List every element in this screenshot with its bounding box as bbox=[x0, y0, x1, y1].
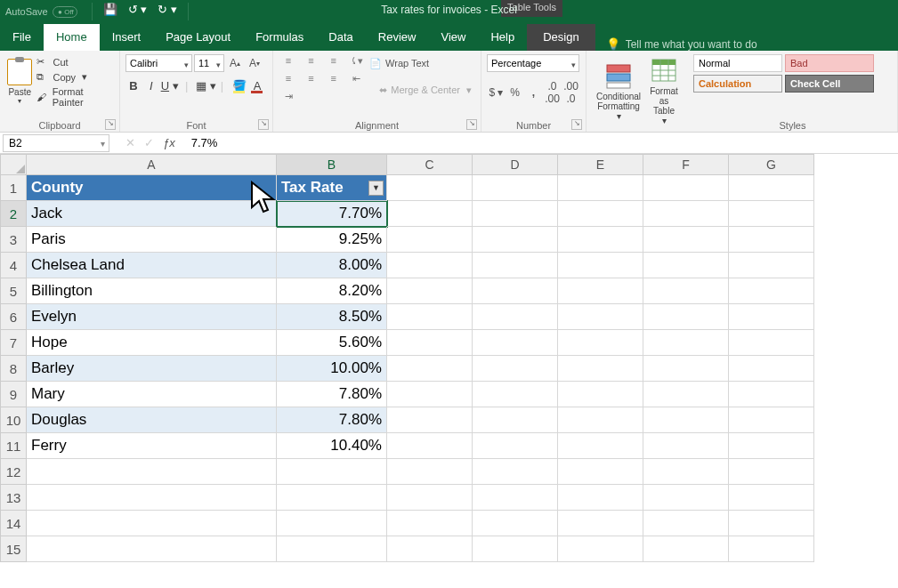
row-header-11[interactable]: 11 bbox=[0, 433, 27, 459]
tab-review[interactable]: Review bbox=[366, 24, 429, 51]
filter-dropdown-icon[interactable]: ▼ bbox=[368, 181, 384, 196]
row-header-8[interactable]: 8 bbox=[0, 356, 27, 382]
row-header-5[interactable]: 5 bbox=[0, 278, 27, 304]
style-normal[interactable]: Normal bbox=[693, 54, 782, 72]
cell-B5[interactable]: 8.20% bbox=[277, 278, 387, 304]
align-middle-icon[interactable]: ≡ bbox=[302, 55, 320, 71]
confirm-formula-icon[interactable]: ✓ bbox=[144, 136, 154, 149]
tell-me-search[interactable]: 💡 Tell me what you want to do bbox=[606, 37, 757, 51]
italic-button[interactable]: I bbox=[143, 79, 159, 93]
row-header-15[interactable]: 15 bbox=[0, 536, 27, 562]
font-dialog-launcher[interactable]: ↘ bbox=[258, 119, 269, 130]
cell-B10[interactable]: 7.80% bbox=[277, 407, 387, 433]
row-header-14[interactable]: 14 bbox=[0, 511, 27, 536]
autosave-toggle[interactable]: AutoSave ● Off bbox=[5, 6, 77, 18]
tab-insert[interactable]: Insert bbox=[100, 24, 154, 51]
cell-C1[interactable] bbox=[387, 175, 473, 201]
font-name-select[interactable]: Calibri bbox=[125, 54, 192, 72]
cell-B7[interactable]: 5.60% bbox=[277, 330, 387, 356]
row-header-9[interactable]: 9 bbox=[0, 382, 27, 407]
undo-icon[interactable]: ↺ ▾ bbox=[128, 3, 148, 20]
alignment-dialog-launcher[interactable]: ↘ bbox=[466, 119, 477, 130]
row-header-13[interactable]: 13 bbox=[0, 485, 27, 511]
cell-B9[interactable]: 7.80% bbox=[277, 382, 387, 407]
redo-icon[interactable]: ↻ ▾ bbox=[158, 3, 177, 20]
decrease-decimal-icon[interactable]: .00.0 bbox=[562, 80, 580, 105]
cell-A4[interactable]: Chelsea Land bbox=[27, 253, 277, 278]
cell-A10[interactable]: Douglas bbox=[27, 407, 277, 433]
cell-B11[interactable]: 10.40% bbox=[277, 433, 387, 459]
cell-A6[interactable]: Evelyn bbox=[27, 304, 277, 330]
row-header-1[interactable]: 1 bbox=[0, 175, 27, 201]
cell-B8[interactable]: 10.00% bbox=[277, 356, 387, 382]
autosave-slider[interactable]: ● Off bbox=[53, 6, 77, 18]
cell-B2[interactable]: 7.70% bbox=[277, 201, 387, 227]
col-header-B[interactable]: B bbox=[277, 154, 387, 175]
col-header-E[interactable]: E bbox=[558, 154, 643, 175]
col-header-G[interactable]: G bbox=[729, 154, 814, 175]
style-check-cell[interactable]: Check Cell bbox=[785, 75, 874, 93]
align-center-icon[interactable]: ≡ bbox=[302, 73, 320, 89]
col-header-D[interactable]: D bbox=[473, 154, 558, 175]
tab-view[interactable]: View bbox=[428, 24, 478, 51]
clipboard-dialog-launcher[interactable]: ↘ bbox=[105, 119, 116, 130]
tab-home[interactable]: Home bbox=[44, 24, 100, 51]
decrease-indent-icon[interactable]: ⇤ bbox=[347, 73, 365, 89]
percent-button[interactable]: % bbox=[506, 86, 524, 99]
tab-help[interactable]: Help bbox=[478, 24, 527, 51]
style-bad[interactable]: Bad bbox=[785, 54, 874, 72]
style-calculation[interactable]: Calculation bbox=[693, 75, 782, 93]
align-right-icon[interactable]: ≡ bbox=[325, 73, 343, 89]
tab-formulas[interactable]: Formulas bbox=[243, 24, 316, 51]
styles-gallery[interactable]: Normal Bad Calculation Check Cell bbox=[693, 54, 880, 93]
cell-A9[interactable]: Mary bbox=[27, 382, 277, 407]
cell-A7[interactable]: Hope bbox=[27, 330, 277, 356]
font-size-select[interactable]: 11 bbox=[194, 54, 224, 72]
select-all-corner[interactable] bbox=[0, 154, 27, 175]
increase-decimal-icon[interactable]: .0.00 bbox=[543, 80, 562, 105]
cell-A8[interactable]: Barley bbox=[27, 356, 277, 382]
cell-B3[interactable]: 9.25% bbox=[277, 227, 387, 253]
decrease-font-icon[interactable]: A▾ bbox=[246, 54, 263, 72]
col-header-F[interactable]: F bbox=[643, 154, 729, 175]
tab-design[interactable]: Design bbox=[527, 24, 595, 51]
copy-button[interactable]: ⧉Copy ▾ bbox=[36, 69, 114, 85]
row-header-10[interactable]: 10 bbox=[0, 407, 27, 433]
col-header-A[interactable]: A bbox=[27, 154, 277, 175]
cancel-formula-icon[interactable]: ✕ bbox=[125, 136, 135, 149]
align-left-icon[interactable]: ≡ bbox=[279, 73, 297, 89]
row-header-4[interactable]: 4 bbox=[0, 253, 27, 278]
comma-button[interactable]: , bbox=[524, 86, 543, 99]
tab-page-layout[interactable]: Page Layout bbox=[153, 24, 243, 51]
save-icon[interactable]: 💾 bbox=[103, 3, 117, 20]
cut-button[interactable]: ✂Cut bbox=[36, 54, 114, 69]
bold-button[interactable]: B bbox=[125, 79, 142, 93]
underline-button[interactable]: U ▾ bbox=[161, 79, 177, 93]
increase-font-icon[interactable]: A▴ bbox=[226, 54, 244, 72]
font-color-button[interactable]: A bbox=[249, 79, 265, 93]
row-header-7[interactable]: 7 bbox=[0, 330, 27, 356]
cell-A3[interactable]: Paris bbox=[27, 227, 277, 253]
number-format-select[interactable]: Percentage bbox=[487, 54, 579, 72]
fx-icon[interactable]: ƒx bbox=[163, 136, 175, 149]
align-top-icon[interactable]: ≡ bbox=[279, 55, 297, 71]
tab-file[interactable]: File bbox=[0, 24, 44, 51]
orientation-icon[interactable]: ⤹▾ bbox=[347, 55, 365, 71]
row-header-6[interactable]: 6 bbox=[0, 304, 27, 330]
border-button[interactable]: ▦ ▾ bbox=[196, 79, 212, 93]
row-header-2[interactable]: 2 bbox=[0, 201, 27, 227]
col-header-C[interactable]: C bbox=[387, 154, 473, 175]
cell-B4[interactable]: 8.00% bbox=[277, 253, 387, 278]
row-header-3[interactable]: 3 bbox=[0, 227, 27, 253]
cell-B1[interactable]: Tax Rate▼ bbox=[277, 175, 387, 201]
worksheet-grid[interactable]: A B C D E F G 1 County Tax Rate▼ 2 Jack … bbox=[0, 154, 898, 562]
format-painter-button[interactable]: 🖌Format Painter bbox=[36, 85, 114, 109]
cell-A11[interactable]: Ferry bbox=[27, 433, 277, 459]
number-dialog-launcher[interactable]: ↘ bbox=[571, 119, 582, 130]
fill-color-button[interactable]: 🪣 bbox=[231, 79, 247, 93]
name-box[interactable]: B2 bbox=[3, 134, 109, 152]
wrap-text-button[interactable]: 📄Wrap Text bbox=[366, 56, 433, 71]
row-header-12[interactable]: 12 bbox=[0, 459, 27, 485]
formula-value[interactable]: 7.7% bbox=[191, 136, 218, 149]
cell-A2[interactable]: Jack bbox=[27, 201, 277, 227]
